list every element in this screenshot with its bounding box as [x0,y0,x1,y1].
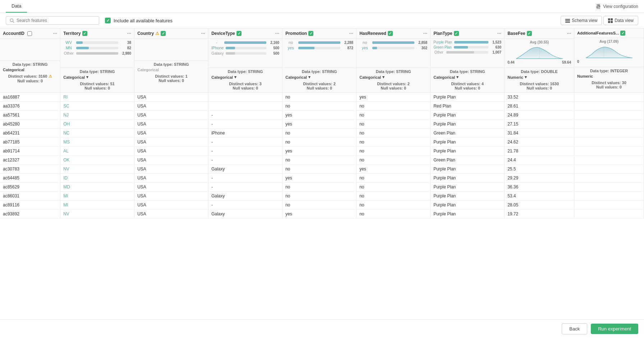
svg-rect-16 [608,21,610,23]
view-buttons: Schema view Data view [561,16,638,25]
data-view-button[interactable]: Data view [603,16,638,25]
data-table: AccountID ··· Data type: STRING Categori… [0,28,644,219]
svg-point-0 [598,5,599,6]
svg-rect-12 [565,20,570,21]
schema-view-button[interactable]: Schema view [561,16,602,25]
config-icon [596,4,601,9]
col-Territory: Territory ··· WV 38 MN 82 [60,28,134,93]
addl-sparkline [586,44,632,59]
table-row: ac30783NVUSAGalaxynoyesPurple Plan25.5 [0,165,644,174]
search-input[interactable] [17,18,88,23]
col-BaseFee: BaseFee ··· Avg (30.55) [505,28,574,93]
table-row: ac85629MDUSA-nonoPurple Plan36.36 [0,183,644,192]
svg-rect-13 [565,22,570,22]
svg-rect-17 [611,21,613,23]
col-basefee-checkbox[interactable] [527,31,532,36]
table-row: ac93892NVUSAGalaxyyesnoPurple Plan19.72 [0,210,644,219]
col-territory-checkbox[interactable] [82,31,87,36]
svg-line-10 [13,21,14,23]
svg-rect-15 [611,18,613,20]
col-plantype-checkbox[interactable] [454,31,459,36]
col-HasRenewed: HasRenewed ··· no 2,858 yes [356,28,431,93]
col-PlanType: PlanType ··· Purple Plan 1,523 Green Pla… [431,28,505,93]
table-row: ab64231NCUSAiPhonenonoGreen Plan31.84 [0,129,644,138]
col-promotion-checkbox[interactable] [308,31,313,36]
table-body: aa16887RIUSAnoyesPurple Plan33.52aa33376… [0,93,644,219]
col-AdditionalFeaturesS: AdditionalFeaturesS... Avg (17.09) [574,28,644,93]
table-row: aa57561NJUSA-yesnoPurple Plan24.89 [0,111,644,120]
svg-rect-11 [565,19,570,19]
table-row: ac64485IDUSA-yesnoPurple Plan29.29 [0,174,644,183]
toolbar: Include all available features Schema vi… [0,13,644,28]
col-hasrenewed-checkbox[interactable] [388,31,393,36]
col-country-menu[interactable]: ··· [201,31,206,36]
col-hasrenewed-menu[interactable]: ··· [423,31,428,36]
data-table-wrapper: AccountID ··· Data type: STRING Categori… [0,28,644,316]
column-header-row: AccountID ··· Data type: STRING Categori… [0,28,644,93]
col-promotion-menu[interactable]: ··· [349,31,354,36]
search-box [6,16,99,25]
include-features-checkbox[interactable] [105,18,111,23]
col-devicetype-checkbox[interactable] [236,31,242,36]
col-accountid-checkbox[interactable] [27,31,32,36]
include-features-toggle[interactable]: Include all available features [105,18,172,23]
col-plantype-menu[interactable]: ··· [497,31,502,36]
col-country-warning: ⚠ [155,31,159,36]
col-devicetype-menu[interactable]: ··· [275,31,280,36]
col-Country: Country ⚠ ··· Data type: STRING Categori… [134,28,208,93]
table-row: ab91714ALUSA-yesnoPurple Plan21.78 [0,147,644,156]
col-basefee-menu[interactable]: ··· [567,31,571,36]
svg-point-6 [599,5,600,6]
table-row: ac89116MIUSA-nonoPurple Plan28.05 [0,201,644,210]
table-row: ab45280OHUSA-yesnoPurple Plan27.15 [0,120,644,129]
svg-point-9 [10,19,13,22]
table-icon [608,18,613,23]
top-nav: Data View configuration [0,0,644,13]
tab-data[interactable]: Data [6,0,27,13]
col-AccountID: AccountID ··· Data type: STRING Categori… [0,28,60,93]
col-accountid-menu[interactable]: ··· [53,31,58,36]
table-row: aa16887RIUSAnoyesPurple Plan33.52 [0,93,644,102]
table-row: ab77185MSUSA-nonoPurple Plan24.62 [0,138,644,147]
search-icon [10,18,14,23]
col-territory-menu[interactable]: ··· [127,31,132,36]
table-row: aa33376SCUSAnonoRed Plan28.61 [0,102,644,111]
col-DeviceType: DeviceType ··· - 2,160 iPhone [208,28,282,93]
col-Promotion: Promotion ··· no 2,288 yes 8 [282,28,356,93]
view-configuration-button[interactable]: View configuration [596,4,638,9]
nav-tabs: Data [6,0,27,13]
svg-rect-14 [608,18,610,20]
basefee-sparkline [516,45,563,59]
table-row: ac86031MIUSAGalaxynonoPurple Plan53.4 [0,192,644,201]
svg-point-3 [597,6,598,8]
table-row: ac12327OKUSA-nonoGreen Plan24.4 [0,156,644,165]
col-addl-checkbox[interactable] [620,31,625,36]
schema-icon [565,18,570,23]
col-country-checkbox[interactable] [161,31,166,36]
